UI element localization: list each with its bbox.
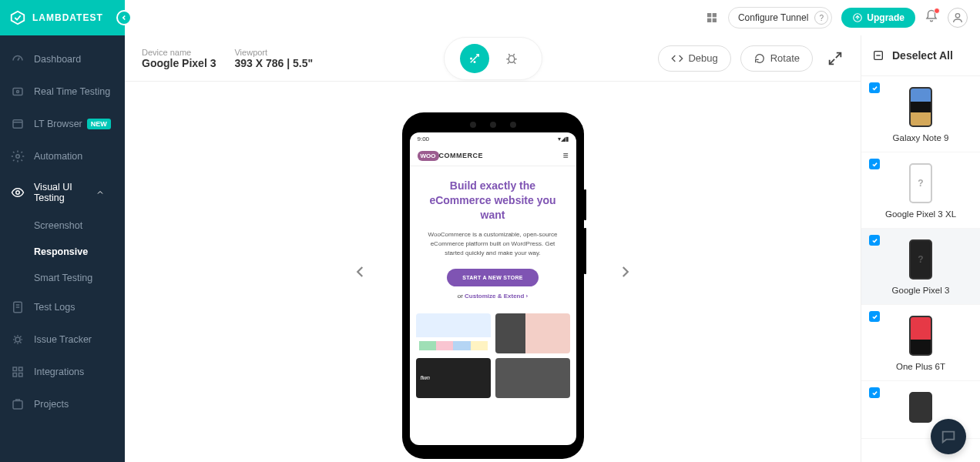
next-device-button[interactable] (612, 259, 637, 284)
nav-label: LT Browser (34, 119, 82, 129)
device-checkbox[interactable] (869, 82, 880, 93)
svg-rect-1 (13, 89, 22, 95)
woo-logo: WOO COMMERCE (418, 151, 484, 161)
svg-rect-3 (13, 120, 22, 129)
realtime-icon (11, 85, 25, 99)
device-thumb (909, 239, 932, 280)
device-card-pixel-3[interactable]: Google Pixel 3 (861, 229, 980, 305)
user-icon (951, 12, 964, 24)
device-card-oneplus-6t[interactable]: One Plus 6T (861, 305, 980, 381)
tile (495, 358, 570, 398)
device-frame: 9:00 ▾◢▮ WOO COMMERCE ≡ Build exactly th… (402, 112, 584, 459)
sub-item-smart-testing[interactable]: Smart Testing (34, 265, 125, 291)
phone-side-button (584, 189, 586, 220)
chevron-right-icon (618, 265, 632, 279)
sub-item-responsive[interactable]: Responsive (34, 239, 125, 265)
sidebar-item-realtime[interactable]: Real Time Testing (0, 75, 125, 108)
wand-icon (468, 52, 482, 65)
code-icon (671, 52, 683, 65)
chat-widget-button[interactable] (931, 419, 966, 454)
phone-status-bar: 9:00 ▾◢▮ (410, 132, 576, 146)
svg-point-23 (470, 58, 472, 59)
device-card-pixel-3-xl[interactable]: Google Pixel 3 XL (861, 152, 980, 229)
sidebar-item-issuetracker[interactable]: Issue Tracker (0, 323, 125, 356)
chevron-left-icon (354, 265, 368, 279)
deselect-icon (872, 49, 884, 62)
device-name-label: Google Pixel 3 XL (868, 209, 974, 219)
rotate-button[interactable]: Rotate (740, 45, 813, 72)
device-checkbox[interactable] (869, 311, 880, 322)
nav: Dashboard Real Time Testing LT Browser N… (0, 35, 125, 462)
upgrade-button[interactable]: Upgrade (841, 8, 915, 28)
prev-device-button[interactable] (348, 259, 373, 284)
projects-icon (11, 397, 25, 411)
eye-icon (11, 186, 25, 199)
svg-rect-12 (19, 367, 23, 371)
check-icon (871, 161, 878, 168)
device-name-label: Google Pixel 3 (868, 286, 974, 295)
svg-rect-18 (707, 18, 711, 22)
svg-point-22 (955, 14, 959, 18)
phone-side-button (584, 228, 586, 274)
nav-label: Real Time Testing (34, 86, 110, 97)
upgrade-icon (852, 12, 863, 23)
main: Configure Tunnel ? Upgrade Device name G… (125, 0, 980, 462)
sidebar-item-testlogs[interactable]: Test Logs (0, 291, 125, 323)
bug-tool-button[interactable] (497, 44, 526, 73)
viewer-header: Device name Google Pixel 3 Viewport 393 … (125, 35, 861, 82)
svg-point-2 (17, 91, 19, 93)
brand-name: LAMBDATEST (32, 12, 103, 23)
sub-item-screenshot[interactable]: Screenshot (34, 213, 125, 239)
check-icon (871, 390, 878, 397)
hero-sub: WooCommerce is a customizable, open-sour… (421, 230, 566, 258)
device-panel: Deselect All Galaxy Note 9 Google Pixel … (861, 35, 980, 462)
chevron-left-icon (120, 14, 128, 22)
svg-point-10 (15, 337, 20, 342)
nav-label: Dashboard (34, 54, 81, 65)
sidebar-item-dashboard[interactable]: Dashboard (0, 43, 125, 75)
configure-tunnel-button[interactable]: Configure Tunnel ? (728, 7, 832, 28)
check-icon (871, 85, 878, 92)
fullscreen-button[interactable] (827, 50, 844, 67)
sidebar-item-ltbrowser[interactable]: LT Browser NEW (0, 108, 125, 140)
user-avatar-button[interactable] (948, 8, 968, 28)
sidebar-item-projects[interactable]: Projects (0, 388, 125, 420)
svg-rect-11 (13, 367, 17, 371)
cta-button: START A NEW STORE (447, 269, 539, 286)
nav-label: Projects (34, 399, 69, 410)
device-checkbox[interactable] (869, 159, 880, 169)
device-card-galaxy-note-9[interactable]: Galaxy Note 9 (861, 76, 980, 152)
device-checkbox[interactable] (869, 387, 880, 398)
sidebar-item-visual-ui[interactable]: Visual UI Testing (0, 172, 125, 213)
sidebar-item-automation[interactable]: Automation (0, 140, 125, 172)
tile: flwn (416, 358, 491, 398)
debug-button[interactable]: Debug (658, 45, 730, 72)
device-checkbox[interactable] (869, 235, 880, 246)
configure-tunnel-label: Configure Tunnel (738, 12, 808, 23)
woo-bubble: WOO (418, 151, 439, 161)
notifications-button[interactable] (925, 9, 938, 26)
new-badge: NEW (87, 119, 111, 129)
woo-text: COMMERCE (439, 152, 484, 159)
viewer: Device name Google Pixel 3 Viewport 393 … (125, 35, 861, 462)
sidebar-item-integrations[interactable]: Integrations (0, 356, 125, 388)
nav-label: Integrations (34, 367, 84, 377)
svg-point-6 (16, 191, 20, 195)
bug-icon (505, 52, 519, 65)
svg-rect-13 (13, 373, 17, 377)
chat-icon (940, 428, 957, 445)
device-name-label: Device name (142, 48, 216, 57)
svg-rect-15 (13, 401, 22, 410)
deselect-all-button[interactable]: Deselect All (861, 35, 980, 76)
integrations-icon (11, 365, 25, 379)
screenshot-tool-button[interactable] (460, 44, 489, 73)
device-thumb (909, 392, 932, 423)
sidebar-header: LAMBDATEST (0, 0, 125, 35)
sidebar-collapse-button[interactable] (116, 10, 132, 25)
phone-screen[interactable]: 9:00 ▾◢▮ WOO COMMERCE ≡ Build exactly th… (410, 132, 576, 445)
device-thumb (909, 87, 932, 127)
configure-tunnel-help[interactable]: ? (814, 11, 828, 25)
center-actions (444, 37, 542, 80)
apps-grid-icon[interactable] (705, 11, 719, 25)
sidebar: LAMBDATEST Dashboard Real Time Testing L… (0, 0, 125, 462)
